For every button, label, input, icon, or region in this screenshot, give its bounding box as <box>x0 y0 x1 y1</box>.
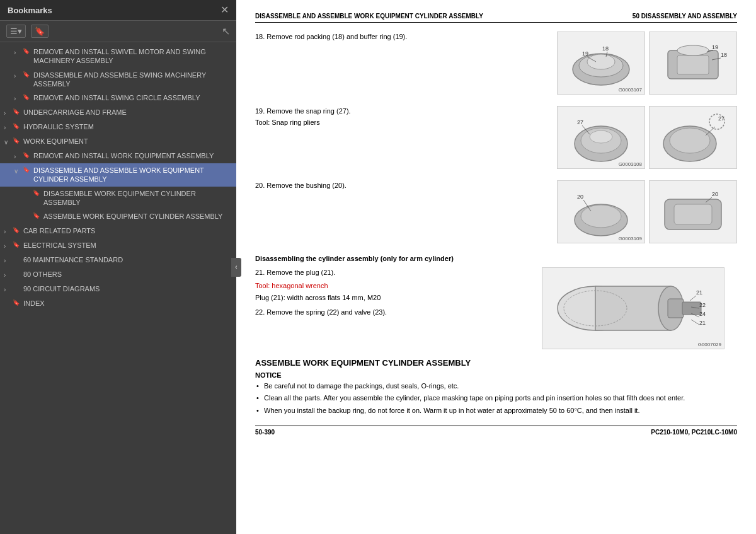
bookmark-arrow-undercarriage: › <box>4 109 10 117</box>
bookmark-item-circuit[interactable]: ›90 CIRCUIT DIAGRAMS <box>0 282 236 296</box>
bookmark-icon-index: 🔖 <box>13 299 20 307</box>
step-22-num: 22. <box>255 308 265 316</box>
step-21-22-row: 21. Remove the plug (21). Tool: hexagona… <box>255 267 737 349</box>
bookmark-item-work-equipment[interactable]: ∨🔖WORK EQUIPMENT <box>0 134 236 149</box>
step-21-desc: Remove the plug (21). <box>266 269 335 276</box>
step-21-num: 21. <box>255 269 265 276</box>
bookmark-arrow-swivel-motor: › <box>14 49 20 57</box>
bookmark-item-index[interactable]: 🔖INDEX <box>0 296 236 310</box>
bookmarks-panel: Bookmarks ✕ ☰▾ 🔖 ↖ ›🔖REMOVE AND INSTALL … <box>0 0 236 534</box>
bookmark-item-electrical[interactable]: ›🔖ELECTRICAL SYSTEM <box>0 238 236 253</box>
step-19-image-2: 27 <box>649 106 737 169</box>
step-21-plug-spec: Plug (21): width across flats 14 mm, M20 <box>255 293 542 304</box>
bookmark-item-others[interactable]: ›80 OTHERS <box>0 267 236 282</box>
bookmark-item-undercarriage[interactable]: ›🔖UNDERCARRIAGE AND FRAME <box>0 105 236 120</box>
bookmark-arrow-others: › <box>4 271 10 279</box>
svg-line-41 <box>690 296 696 301</box>
step-20-num: 20. <box>255 182 265 189</box>
svg-text:20: 20 <box>712 191 718 197</box>
svg-rect-8 <box>677 55 709 74</box>
bookmark-label-assemble-only: ASSEMBLE WORK EQUIPMENT CYLINDER ASSEMBL… <box>43 212 222 221</box>
bookmark-icon-remove-swing-circle: 🔖 <box>23 94 30 102</box>
step-18-image-1: 19 18 G0003107 <box>557 32 645 95</box>
assemble-section: ASSEMBLE WORK EQUIPMENT CYLINDER ASSEMBL… <box>255 358 737 415</box>
notice-item-1: Clean all the parts. After you assemble … <box>255 393 737 403</box>
bookmark-arrow-disassemble-work-cyl: ∨ <box>14 167 20 175</box>
svg-line-44 <box>691 320 699 325</box>
step-22-desc: Remove the spring (22) and valve (23). <box>266 308 387 316</box>
bookmark-label-hydraulic: HYDRAULIC SYSTEM <box>23 122 94 131</box>
bookmark-label-undercarriage: UNDERCARRIAGE AND FRAME <box>23 108 127 117</box>
step-20-images: 20 G0003109 20 <box>542 180 737 246</box>
assemble-title: ASSEMBLE WORK EQUIPMENT CYLINDER ASSEMBL… <box>255 358 737 368</box>
svg-text:20: 20 <box>577 194 583 200</box>
bookmark-item-assemble-only[interactable]: 🔖ASSEMBLE WORK EQUIPMENT CYLINDER ASSEMB… <box>0 209 236 223</box>
doc-footer: 50-390 PC210-10M0, PC210LC-10M0 <box>255 426 737 436</box>
svg-point-20 <box>670 128 710 153</box>
bookmark-icon-disassemble-work-cyl: 🔖 <box>23 166 30 174</box>
toolbar-bookmark-button[interactable]: 🔖 <box>31 25 49 38</box>
svg-text:19: 19 <box>712 44 718 50</box>
bookmark-item-disassemble-swing[interactable]: ›🔖DISASSEMBLE AND ASSEMBLE SWING MACHINE… <box>0 68 236 91</box>
bookmark-icon-remove-install-work: 🔖 <box>23 152 30 160</box>
step-18-text: 18. Remove rod packing (18) and buffer r… <box>255 32 542 43</box>
toolbar-menu-button[interactable]: ☰▾ <box>6 25 26 38</box>
doc-header-right: 50 DISASSEMBLY AND ASSEMBLY <box>633 13 737 20</box>
bookmark-icon-hydraulic: 🔖 <box>13 123 20 131</box>
bookmark-icon-assemble-only: 🔖 <box>33 212 40 220</box>
notice-label: NOTICE <box>255 371 737 379</box>
bookmark-arrow-maintenance: › <box>4 257 10 265</box>
bookmark-label-disassemble-swing: DISASSEMBLE AND ASSEMBLE SWING MACHINERY… <box>33 71 232 89</box>
step-19-row: 19. Remove the snap ring (27). Tool: Sna… <box>255 106 737 171</box>
bookmark-item-remove-swing-circle[interactable]: ›🔖REMOVE AND INSTALL SWING CIRCLE ASSEMB… <box>0 91 236 105</box>
bookmark-label-remove-install-work: REMOVE AND INSTALL WORK EQUIPMENT ASSEMB… <box>33 151 214 160</box>
step-20-img-label: G0003109 <box>619 236 642 241</box>
bookmark-item-hydraulic[interactable]: ›🔖HYDRAULIC SYSTEM <box>0 120 236 134</box>
svg-text:21: 21 <box>699 320 706 326</box>
step-18-row: 18. Remove rod packing (18) and buffer r… <box>255 32 737 97</box>
bookmark-label-swivel-motor: REMOVE AND INSTALL SWIVEL MOTOR AND SWIN… <box>33 47 232 66</box>
doc-header: DISASSEMBLE AND ASSEMBLE WORK EQUIPMENT … <box>255 13 737 23</box>
bookmark-arrow-remove-swing-circle: › <box>14 95 20 103</box>
arm-cylinder-section-title: Disassembling the cylinder assembly (onl… <box>255 255 737 262</box>
step-18-num: 18. <box>255 33 265 40</box>
svg-point-2 <box>587 54 615 69</box>
bookmark-icon-undercarriage: 🔖 <box>13 108 20 116</box>
bookmark-item-maintenance[interactable]: ›60 MAINTENANCE STANDARD <box>0 253 236 267</box>
step-19-img-label: G0003108 <box>619 161 642 167</box>
close-button[interactable]: ✕ <box>220 5 229 15</box>
svg-point-25 <box>581 205 621 228</box>
step-22-img-label: G0007029 <box>698 342 721 347</box>
step-20-image-2: 20 <box>649 180 737 243</box>
step-21-tool-label: Tool: <box>255 282 270 289</box>
step-19-desc: Remove the snap ring (27). <box>266 107 350 115</box>
step-18-desc: Remove rod packing (18) and buffer ring … <box>266 33 407 40</box>
bookmark-arrow-hydraulic: › <box>4 124 10 132</box>
step-19-num: 19. <box>255 107 265 115</box>
svg-text:21: 21 <box>696 289 702 296</box>
svg-point-16 <box>590 131 612 143</box>
step-19-svg-2: 27 <box>655 109 731 166</box>
bookmark-item-swivel-motor[interactable]: ›🔖REMOVE AND INSTALL SWIVEL MOTOR AND SW… <box>0 45 236 68</box>
step-20-text: 20. Remove the bushing (20). <box>255 180 542 192</box>
collapse-panel-handle[interactable]: ‹ <box>231 258 241 277</box>
svg-text:18: 18 <box>602 45 609 52</box>
bookmarks-toolbar: ☰▾ 🔖 ↖ <box>0 21 236 42</box>
bookmark-item-disassemble-work-cyl[interactable]: ∨🔖DISASSEMBLE AND ASSEMBLE WORK EQUIPMEN… <box>0 163 236 187</box>
bookmark-label-work-equipment: WORK EQUIPMENT <box>23 137 88 146</box>
cursor-icon: ↖ <box>222 25 230 37</box>
bookmark-label-maintenance: 60 MAINTENANCE STANDARD <box>23 255 123 264</box>
bookmark-arrow-remove-install-work: › <box>14 153 20 161</box>
bookmark-icon-disassemble-swing: 🔖 <box>23 71 30 79</box>
step-21-tool: hexagonal wrench <box>272 282 328 289</box>
svg-rect-29 <box>674 204 712 224</box>
step-19-tool-label: Tool: <box>255 119 270 126</box>
bookmark-item-remove-install-work[interactable]: ›🔖REMOVE AND INSTALL WORK EQUIPMENT ASSE… <box>0 149 236 163</box>
step-19-image-1: 27 G0003108 <box>557 106 645 169</box>
bookmarks-header: Bookmarks ✕ <box>0 0 236 21</box>
step-21-22-image: 21 22 24 21 G0007029 <box>542 267 737 349</box>
step-21-22-img: 21 22 24 21 G0007029 <box>542 267 724 349</box>
bookmark-item-cab-related[interactable]: ›🔖CAB RELATED PARTS <box>0 224 236 238</box>
step-18-image-2: 19 18 <box>649 32 737 95</box>
bookmark-item-disassemble-only[interactable]: 🔖DISASSEMBLE WORK EQUIPMENT CYLINDER ASS… <box>0 187 236 210</box>
